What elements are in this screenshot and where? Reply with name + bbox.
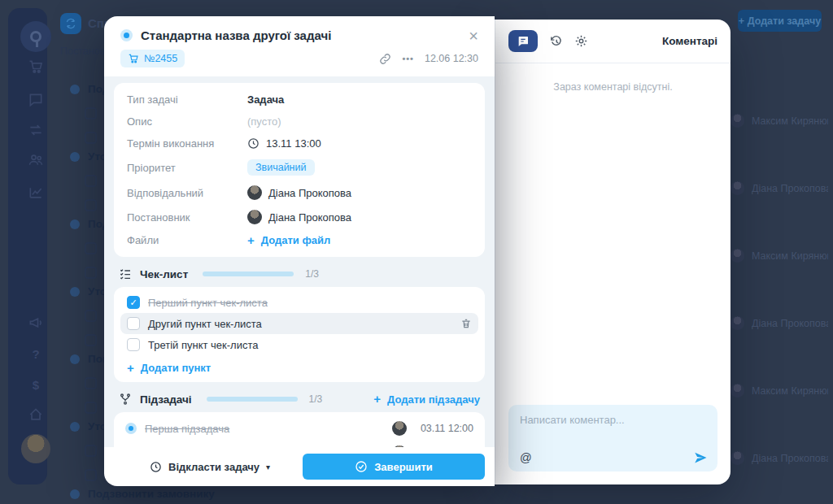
trash-icon[interactable] xyxy=(460,318,472,329)
field-label: Опис xyxy=(127,115,247,128)
subtasks-card: Перша підзадача 03.11 12:00 Друга підзад… xyxy=(114,412,485,447)
gear-icon[interactable] xyxy=(574,34,588,48)
checklist-item-text: Другий пункт чек-листа xyxy=(148,318,262,330)
checklist-item[interactable]: Другий пункт чек-листа xyxy=(120,313,478,334)
mention-icon[interactable]: @ xyxy=(520,451,532,464)
task-detail-icon xyxy=(85,175,97,187)
task-status-dot xyxy=(70,287,80,297)
link-icon[interactable] xyxy=(379,53,391,65)
assignee-name: Максим Кирянюк xyxy=(752,385,828,397)
task-status-dot xyxy=(70,354,80,364)
task-status-dot xyxy=(70,85,80,94)
task-type-value[interactable]: Задача xyxy=(247,93,284,106)
field-label: Тип задачі xyxy=(127,93,247,106)
field-label: Файли xyxy=(127,234,247,246)
task-status-dot xyxy=(70,422,80,432)
subtask-avatar xyxy=(392,421,407,436)
add-file-button[interactable]: +Додати файл xyxy=(247,234,330,246)
assignee-avatar xyxy=(731,316,744,330)
comments-header: Коментарі xyxy=(495,20,731,63)
add-checklist-item-button[interactable]: +Додати пункт xyxy=(120,355,478,379)
checklist-progress-bar xyxy=(203,272,294,276)
checkbox[interactable] xyxy=(127,338,140,351)
app-logo xyxy=(20,21,51,52)
task-detail-icon xyxy=(85,132,97,144)
field-label: Відповідальний xyxy=(127,187,247,199)
postpone-task-button[interactable]: Відкласти задачу ▾ xyxy=(150,461,270,473)
checklist-item-text: Перший пункт чек-листа xyxy=(148,297,268,309)
assignee-name: Діана Прокопова xyxy=(752,453,828,464)
task-status-dot xyxy=(120,29,133,41)
subtask-item[interactable]: Друга підзадача: Уточнити адресу замовни… xyxy=(120,441,478,447)
add-task-button[interactable]: + Додати задачу xyxy=(738,10,822,32)
send-icon[interactable] xyxy=(693,450,708,465)
task-detail-icon xyxy=(85,402,97,414)
page-type-icon xyxy=(60,13,81,34)
checklist-icon xyxy=(119,267,132,280)
task-title: Подзвонити замовнику xyxy=(88,488,215,500)
task-detail-icon xyxy=(85,445,97,457)
more-icon[interactable]: ••• xyxy=(402,54,414,63)
field-label: Термін виконання xyxy=(127,137,247,150)
comments-title: Коментарі xyxy=(662,35,717,47)
caret-down-icon: ▾ xyxy=(266,463,270,471)
subtask-status-dot[interactable] xyxy=(125,423,137,434)
modal-header: Стандартна назва другої задачі × №2455 •… xyxy=(104,16,495,76)
history-icon[interactable] xyxy=(549,34,563,48)
subtasks-progress-bar xyxy=(207,397,298,402)
plus-icon: + xyxy=(127,363,134,373)
comments-panel: Коментарі Зараз коментарі відсутні. Напи… xyxy=(495,20,731,484)
task-status-dot xyxy=(70,489,80,499)
subtasks-progress-label: 1/3 xyxy=(309,393,323,405)
assignee-avatar xyxy=(731,181,744,195)
subtask-item[interactable]: Перша підзадача 03.11 12:00 xyxy=(120,416,478,441)
comment-bubble-icon xyxy=(517,35,530,48)
task-detail-icon xyxy=(85,242,97,254)
task-list-row[interactable]: Подзвонити замовнику xyxy=(0,484,833,504)
assignee-name: Максим Кирянюк xyxy=(752,115,828,127)
avatar xyxy=(247,185,262,200)
modal-footer: Відкласти задачу ▾ Завершити xyxy=(104,447,495,486)
cart-icon[interactable] xyxy=(20,57,52,76)
task-status-dot xyxy=(70,219,80,229)
task-detail-icon xyxy=(85,267,97,279)
task-status-dot xyxy=(70,152,80,162)
clock-icon xyxy=(247,137,259,150)
checklist-item-text: Третій пункт чек-листа xyxy=(148,339,258,351)
subtask-text: Перша підзадача xyxy=(145,423,384,435)
task-title: Стандартна назва другої задачі xyxy=(141,28,460,42)
cart-icon xyxy=(128,53,139,64)
snooze-clock-icon xyxy=(150,461,162,473)
assignee-avatar xyxy=(731,114,744,128)
author-value[interactable]: Діана Прокопова xyxy=(247,210,351,224)
comment-input[interactable]: Написати коментар... @ xyxy=(508,405,717,471)
checkbox[interactable] xyxy=(127,296,140,309)
responsible-value[interactable]: Діана Прокопова xyxy=(247,185,351,200)
checkbox[interactable] xyxy=(127,317,140,330)
task-modal: Стандартна назва другої задачі × №2455 •… xyxy=(104,16,495,486)
task-number-badge[interactable]: №2455 xyxy=(120,50,185,67)
plus-icon: + xyxy=(247,236,255,245)
task-number: №2455 xyxy=(144,53,177,64)
description-value[interactable]: (пусто) xyxy=(247,115,281,128)
checklist-progress-label: 1/3 xyxy=(305,268,319,280)
field-label: Постановник xyxy=(127,211,247,224)
due-date-value[interactable]: 13.11 13:00 xyxy=(247,137,321,150)
assignee-avatar xyxy=(731,451,744,465)
add-subtask-button[interactable]: +Додати підзадачу xyxy=(373,393,480,406)
key-icon xyxy=(30,31,41,42)
check-circle-icon xyxy=(355,460,368,473)
close-icon[interactable]: × xyxy=(469,29,478,42)
checklist-item[interactable]: Третій пункт чек-листа xyxy=(120,334,478,355)
comments-tab-button[interactable] xyxy=(508,30,538,52)
checklist-item[interactable]: Перший пункт чек-листа xyxy=(120,292,478,313)
complete-task-button[interactable]: Завершити xyxy=(303,454,485,480)
task-details-card: Тип задачіЗадача Опис(пусто) Термін вико… xyxy=(114,83,485,257)
avatar xyxy=(247,210,262,224)
subtasks-title: Підзадачі xyxy=(140,393,192,406)
priority-badge[interactable]: Звичайний xyxy=(247,159,315,176)
checklist-title: Чек-лист xyxy=(140,268,188,280)
comment-input-placeholder: Написати коментар... xyxy=(520,414,625,426)
checklist-header: Чек-лист 1/3 xyxy=(119,267,480,280)
task-detail-icon xyxy=(85,310,97,322)
